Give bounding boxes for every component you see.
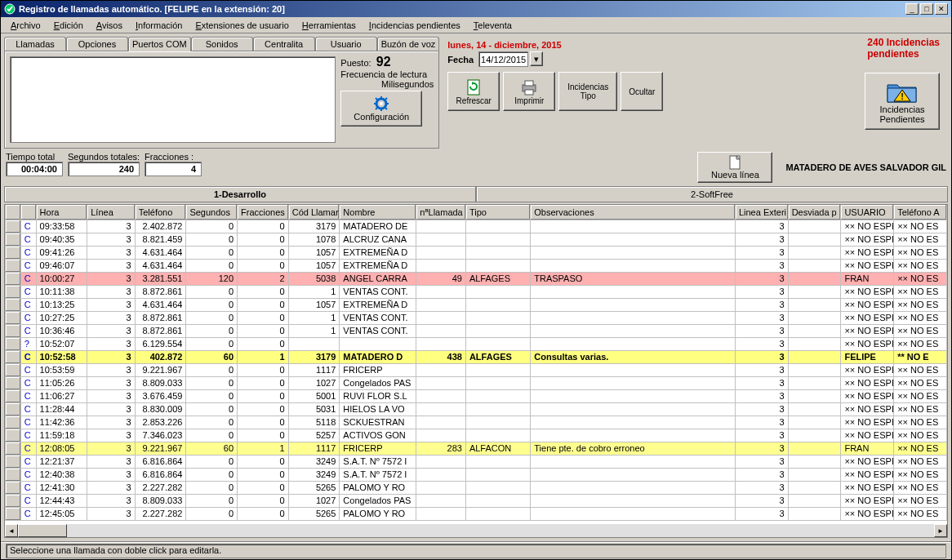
status-text: Seleccione una llamada con doble click p…: [6, 544, 946, 558]
tab-softfree[interactable]: 2-SoftFree: [476, 186, 948, 202]
svg-rect-14: [525, 90, 533, 95]
page-tab-opciones[interactable]: Opciones: [66, 37, 128, 51]
page-tab-puertos-com[interactable]: Puertos COM: [128, 37, 191, 51]
new-doc-icon: [728, 155, 741, 170]
col-idx0[interactable]: [6, 205, 21, 220]
incidencias-pendientes-button[interactable]: ! Incidencias Pendientes: [865, 73, 940, 130]
svg-line-10: [376, 108, 377, 109]
ms-label: Milisegundos: [340, 79, 434, 89]
scroll-right-icon[interactable]: ►: [934, 524, 947, 537]
col-Linea Exteri[interactable]: Linea Exteri: [735, 205, 788, 220]
col-Desviada p[interactable]: Desviada p: [788, 205, 841, 220]
col-Teléfono A[interactable]: Teléfono A: [894, 205, 947, 220]
table-row[interactable]: C10:53:5939.221.967001117FRICERP3×× NO E…: [6, 363, 947, 376]
menu-avisos[interactable]: Avisos: [90, 19, 129, 32]
table-row[interactable]: C11:42:3632.853.226005118SCKUESTRAN3×× N…: [6, 416, 947, 429]
svg-point-2: [380, 102, 383, 105]
table-row[interactable]: C12:41:3032.227.282005265PALOMO Y RO3×× …: [6, 481, 947, 494]
table-row[interactable]: C10:00:2733.281.55112025038ANGEL CARRA49…: [6, 272, 947, 285]
folder-warning-icon: !: [886, 78, 919, 104]
col-Observaciones[interactable]: Observaciones: [531, 205, 736, 220]
config-button-label: Configuración: [354, 112, 409, 122]
svg-text:!: !: [901, 91, 904, 101]
minimize-button[interactable]: _: [905, 3, 919, 15]
col-idx1[interactable]: [20, 205, 36, 220]
table-row[interactable]: C10:13:2534.631.464001057EXTREMEÑA D3×× …: [6, 298, 947, 311]
menu-extensiones-de-usuario[interactable]: Extensiones de usuario: [189, 19, 295, 32]
puesto-value: 92: [376, 55, 391, 69]
table-row[interactable]: C10:36:4638.872.861001VENTAS CONT.3×× NO…: [6, 324, 947, 337]
fracciones-value: 4: [145, 162, 202, 176]
table-row[interactable]: C10:27:2538.872.861001VENTAS CONT.3×× NO…: [6, 311, 947, 324]
titlebar: Registro de llamadas automático. [FELIPE…: [1, 1, 951, 17]
col-nªLlamada[interactable]: nªLlamada: [416, 205, 466, 220]
segundos-value: 240: [68, 162, 140, 176]
table-row[interactable]: ?10:52:0736.129.554003×× NO ESPE×× NO ES: [6, 337, 947, 350]
col-Teléfono[interactable]: Teléfono: [135, 205, 186, 220]
menu-incidencias-pendientes[interactable]: Incidencias pendientes: [363, 19, 467, 32]
table-row[interactable]: C12:40:3836.816.864003249S.A.T. Nº 7572 …: [6, 468, 947, 481]
page-tab-buzón-de-voz[interactable]: Buzón de voz: [377, 37, 440, 51]
company-name: MATADERO DE AVES SALVADOR GIL: [785, 162, 946, 172]
col-Fracciones[interactable]: Fracciones: [238, 205, 289, 220]
col-Segundos[interactable]: Segundos: [186, 205, 238, 220]
col-Nombre[interactable]: Nombre: [340, 205, 416, 220]
col-Cód Llamar[interactable]: Cód Llamar: [288, 205, 340, 220]
menu-edición[interactable]: Edición: [47, 19, 90, 32]
table-row[interactable]: C10:52:583402.8726013179MATADERO D438ALF…: [6, 350, 947, 363]
table-row[interactable]: C12:45:0532.227.282005265PALOMO Y RO3×× …: [6, 507, 947, 520]
page-tabs: LlamadasOpcionesPuertos COMSonidosCentra…: [4, 37, 439, 51]
calls-grid: HoraLíneaTeléfonoSegundosFraccionesCód L…: [4, 204, 948, 538]
maximize-button[interactable]: □: [920, 3, 933, 15]
page-tab-usuario[interactable]: Usuario: [315, 37, 377, 51]
table-row[interactable]: C11:28:4438.830.009005031HIELOS LA VO3××…: [6, 402, 947, 416]
col-Línea[interactable]: Línea: [87, 205, 135, 220]
horizontal-scrollbar[interactable]: ◄ ►: [5, 524, 947, 537]
statusbar: Seleccione una llamada con doble click p…: [1, 541, 951, 559]
window-title: Registro de llamadas automático. [FELIPE…: [19, 4, 905, 14]
app-icon: [4, 3, 16, 15]
printer-icon: [520, 78, 538, 96]
table-row[interactable]: C09:33:5832.402.872003179MATADERO DE3×× …: [6, 220, 947, 233]
menubar: ArchivoEdiciónAvisosInformaciónExtension…: [1, 17, 951, 33]
table-row[interactable]: C12:21:3736.816.864003249S.A.T. Nº 7572 …: [6, 455, 947, 468]
table-row[interactable]: C11:59:1837.346.023005257ACTIVOS GON3×× …: [6, 429, 947, 442]
table-row[interactable]: C09:40:3538.821.459001078ALCRUZ CANA3×× …: [6, 233, 947, 246]
fecha-dropdown-button[interactable]: ▾: [530, 51, 543, 66]
scroll-left-icon[interactable]: ◄: [5, 524, 18, 537]
refrescar-button[interactable]: Refrescar: [447, 72, 500, 111]
segundos-label: Segundos totales:: [68, 152, 140, 162]
menu-información[interactable]: Información: [129, 19, 189, 32]
page-tab-centralita[interactable]: Centralita: [253, 37, 315, 51]
config-button[interactable]: Configuración: [340, 91, 422, 127]
table-row[interactable]: C12:08:0539.221.9676011117FRICERP283ALFA…: [6, 442, 947, 455]
fecha-label: Fecha: [447, 55, 474, 64]
fecha-input[interactable]: 14/12/2015: [478, 51, 528, 67]
imprimir-button[interactable]: Imprimir: [503, 72, 555, 111]
table-row[interactable]: C11:06:2733.676.459005001RUVI FLOR S.L3×…: [6, 389, 947, 402]
gear-icon: [373, 96, 389, 112]
page-tab-llamadas[interactable]: Llamadas: [4, 37, 66, 51]
close-button[interactable]: ✕: [935, 3, 948, 15]
svg-line-9: [385, 98, 387, 100]
incidencias-tipo-button[interactable]: Incidencias Tipo: [558, 72, 617, 111]
tab-desarrollo[interactable]: 1-Desarrollo: [4, 186, 476, 202]
menu-televenta[interactable]: Televenta: [467, 19, 518, 32]
table-row[interactable]: C10:11:3838.872.861001VENTAS CONT.3×× NO…: [6, 285, 947, 298]
menu-herramientas[interactable]: Herramientas: [296, 19, 363, 32]
col-Tipo[interactable]: Tipo: [465, 205, 530, 220]
table-row[interactable]: C11:05:2638.809.033001027Congelados PAS3…: [6, 376, 947, 389]
table-row[interactable]: C09:46:0734.631.464001057EXTREMEÑA D3×× …: [6, 259, 947, 272]
svg-rect-13: [525, 81, 533, 86]
svg-line-7: [376, 98, 377, 100]
nueva-linea-button[interactable]: Nueva línea: [697, 152, 772, 183]
ocultar-button[interactable]: Ocultar: [621, 72, 663, 111]
col-USUARIO[interactable]: USUARIO: [841, 205, 894, 220]
fracciones-label: Fracciones :: [145, 152, 202, 162]
menu-archivo[interactable]: Archivo: [4, 19, 47, 32]
page-tab-sonidos[interactable]: Sonidos: [191, 37, 253, 51]
col-Hora[interactable]: Hora: [36, 205, 87, 220]
table-row[interactable]: C12:44:4338.809.033001027Congelados PAS3…: [6, 494, 947, 507]
chevron-down-icon: ▾: [531, 52, 542, 65]
table-row[interactable]: C09:41:2634.631.464001057EXTREMEÑA D3×× …: [6, 246, 947, 259]
